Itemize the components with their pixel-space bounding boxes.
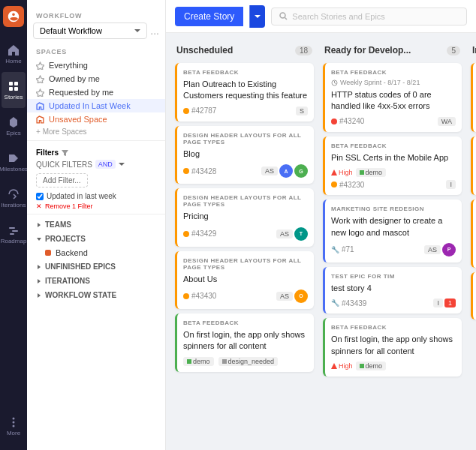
sidebar-item-backend[interactable]: Backend bbox=[27, 246, 165, 260]
col-header-unscheduled: Unscheduled 18 bbox=[175, 42, 314, 58]
card-tag: BETA FEEDBACK bbox=[183, 69, 308, 76]
card-43428[interactable]: DESIGN HEADER LAYOUTS FOR ALL PAGE TYPES… bbox=[175, 126, 314, 184]
create-story-button[interactable]: Create Story bbox=[175, 7, 243, 26]
card-78[interactable]: PLATFORM ENHANCE... Define requirements … bbox=[471, 200, 476, 268]
sidebar-item-label: Unsaved Space bbox=[49, 115, 107, 124]
card-tag: BETA FEEDBACK bbox=[331, 69, 456, 76]
filter-mode-arrow[interactable] bbox=[119, 161, 125, 167]
avatar: O bbox=[294, 290, 308, 303]
add-filter-button[interactable]: Add Filter... bbox=[36, 173, 88, 188]
priority-icon bbox=[331, 170, 337, 176]
card-id: #43429 bbox=[183, 230, 216, 238]
sprint-icon bbox=[331, 80, 338, 86]
tag-chip-demo: demo bbox=[356, 362, 387, 370]
create-story-dropdown-button[interactable] bbox=[249, 5, 265, 28]
filter-checkbox[interactable] bbox=[36, 193, 44, 200]
card-beta-spinners-1[interactable]: BETA FEEDBACK On first login, the app on… bbox=[175, 314, 314, 372]
svg-marker-12 bbox=[36, 89, 44, 97]
card-43230[interactable]: BETA FEEDBACK Pin SSL Certs in the Mobil… bbox=[323, 136, 462, 195]
svg-rect-2 bbox=[9, 87, 13, 91]
svg-marker-11 bbox=[36, 76, 44, 83]
wrench-icon: 🔧 bbox=[331, 299, 339, 307]
sidebar-item-label: Requested by me bbox=[49, 88, 113, 97]
card-footer: #42787 S bbox=[183, 106, 308, 116]
card-43429[interactable]: DESIGN HEADER LAYOUTS FOR ALL PAGE TYPES… bbox=[175, 188, 314, 246]
workflow-dropdown[interactable]: Default Workflow bbox=[33, 22, 147, 39]
nav-epics[interactable]: Epics bbox=[2, 108, 26, 144]
card-tag: DESIGN HEADER LAYOUTS FOR ALL PAGE TYPES bbox=[183, 132, 308, 146]
card-tag: TEST EPIC FOR TIM bbox=[331, 273, 456, 280]
card-tag: MARKETING SITE REDESIGN bbox=[331, 206, 456, 212]
card-badge: AS bbox=[261, 166, 278, 176]
search-icon bbox=[279, 12, 288, 20]
card-43439[interactable]: TEST EPIC FOR TIM test story 4 🔧 #43439 … bbox=[323, 267, 462, 314]
nav-roadmap[interactable]: Roadmap bbox=[2, 216, 26, 252]
card-beta-spinners-2[interactable]: BETA FEEDBACK On first login, the app on… bbox=[323, 318, 462, 376]
svg-rect-4 bbox=[9, 227, 15, 229]
priority-high: High bbox=[331, 362, 353, 370]
nav-stories[interactable]: Stories bbox=[2, 72, 26, 108]
card-43240[interactable]: BETA FEEDBACK Weekly Sprint - 8/17 - 8/2… bbox=[323, 63, 462, 132]
avatar: P bbox=[442, 243, 456, 256]
nav-more-label: More bbox=[7, 430, 20, 436]
nav-milestones[interactable]: Milestones bbox=[2, 144, 26, 180]
card-43430[interactable]: DESIGN HEADER LAYOUTS FOR ALL PAGE TYPES… bbox=[175, 251, 314, 309]
card-tag: DESIGN HEADER LAYOUTS FOR ALL PAGE TYPES bbox=[183, 257, 308, 271]
tag-chip-design: design_needed bbox=[218, 357, 279, 366]
card-beta-spinners-3[interactable]: BETA FEEDBACK Pin SSL Certs in the Mobil… bbox=[471, 272, 476, 319]
filter-remove[interactable]: ✕ Remove 1 Filter bbox=[27, 202, 165, 211]
unfinished-epics-section[interactable]: UNFINISHED EPICS bbox=[27, 260, 165, 274]
svg-rect-1 bbox=[14, 82, 18, 86]
card-badge: I bbox=[446, 180, 456, 189]
card-tag: BETA FEEDBACK bbox=[331, 324, 456, 331]
tag-chip-demo: demo bbox=[356, 168, 387, 177]
sidebar-item-owned[interactable]: Owned by me bbox=[27, 72, 165, 86]
col-title: Unscheduled bbox=[176, 45, 233, 56]
filters-section: Filters bbox=[27, 144, 165, 158]
priority-high: High bbox=[331, 169, 353, 176]
sidebar-item-unsaved[interactable]: Unsaved Space bbox=[27, 112, 165, 126]
card-71[interactable]: MARKETING SITE REDESIGN Work with design… bbox=[323, 200, 462, 262]
teams-section[interactable]: TEAMS bbox=[27, 218, 165, 232]
nav-home[interactable]: Home bbox=[2, 36, 26, 72]
sidebar-item-everything[interactable]: Everything bbox=[27, 58, 165, 72]
card-footer: 🔧 #43439 I 1 bbox=[331, 298, 456, 308]
sidebar-item-updated[interactable]: Updated In Last Week bbox=[27, 99, 165, 112]
card-88[interactable]: PLATFORM ENHANCE... Pull data on the ite… bbox=[471, 136, 476, 195]
svg-point-13 bbox=[280, 13, 285, 18]
nav-iterations[interactable]: Iterations bbox=[2, 180, 26, 216]
left-nav: Home Stories Epics Milestones Iterations… bbox=[0, 0, 27, 450]
main-area: Create Story Search Stories and Epics Un… bbox=[166, 0, 476, 450]
project-label: Backend bbox=[56, 248, 88, 257]
workflow-more-dots[interactable]: ... bbox=[150, 25, 159, 37]
card-title: On first login, the app only shows spinn… bbox=[183, 329, 308, 352]
sidebar: WORKFLOW Default Workflow ... SPACES Eve… bbox=[27, 0, 166, 450]
dot-icon bbox=[183, 231, 189, 237]
col-header-ready: Ready for Develop... 5 bbox=[323, 42, 462, 58]
filter-and-badge: AND bbox=[95, 160, 116, 169]
card-badge: I bbox=[433, 298, 443, 308]
nav-more[interactable]: More bbox=[2, 408, 26, 444]
app-logo bbox=[3, 6, 24, 27]
sidebar-more-spaces[interactable]: + More Spaces bbox=[27, 126, 165, 137]
card-id: 🔧 #71 bbox=[331, 245, 354, 254]
sidebar-item-requested[interactable]: Requested by me bbox=[27, 86, 165, 99]
card-badge: AS bbox=[276, 230, 293, 238]
workflow-state-section[interactable]: WORKFLOW STATE bbox=[27, 288, 165, 302]
nav-milestones-label: Milestones bbox=[0, 166, 28, 172]
svg-rect-0 bbox=[9, 82, 13, 86]
nav-home-label: Home bbox=[5, 58, 21, 64]
card-42787[interactable]: BETA FEEDBACK Plan Outreach to Existing … bbox=[175, 63, 314, 122]
card-tag: BETA FEEDBACK bbox=[183, 320, 308, 326]
card-39587[interactable]: PLATFORM ENHANCE... Squad Sprint - 2... … bbox=[471, 63, 476, 132]
count-badge: 1 bbox=[444, 298, 456, 308]
tag-chip-demo: demo bbox=[183, 357, 214, 366]
spaces-section-label: SPACES bbox=[27, 42, 165, 58]
search-bar[interactable]: Search Stories and Epics bbox=[271, 8, 467, 26]
search-placeholder: Search Stories and Epics bbox=[292, 12, 385, 21]
iterations-section[interactable]: ITERATIONS bbox=[27, 274, 165, 288]
column-in-development: In Development PLATFORM ENHANCE... Squad… bbox=[471, 42, 476, 320]
card-title: test story 4 bbox=[331, 283, 456, 294]
projects-section[interactable]: PROJECTS bbox=[27, 232, 165, 246]
col-title: In Development bbox=[472, 45, 476, 56]
